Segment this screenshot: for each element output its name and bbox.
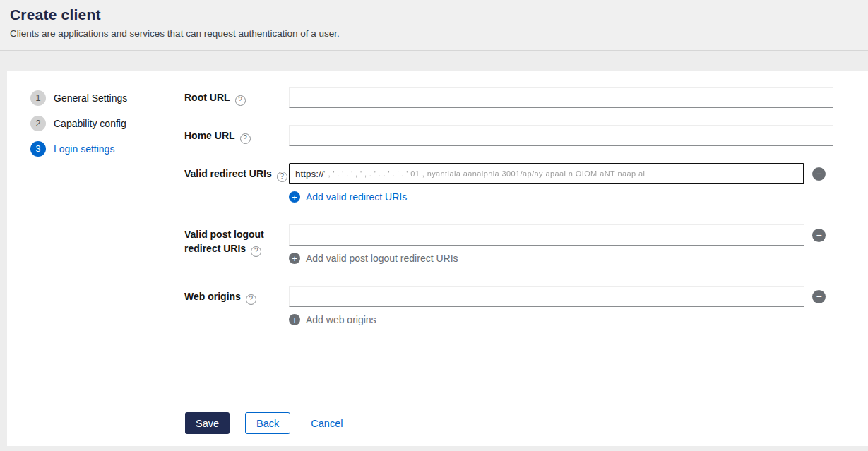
step-number-badge: 1 (30, 90, 46, 106)
home-url-input[interactable] (289, 125, 833, 146)
home-url-label: Home URL? (184, 125, 289, 146)
save-button[interactable]: Save (185, 412, 230, 434)
step-label: Login settings (54, 143, 114, 155)
web-origins-row: Web origins? − + Add web origins (184, 286, 868, 325)
help-icon[interactable]: ? (240, 133, 251, 144)
create-client-panel: 1 General Settings 2 Capability config 3… (7, 71, 868, 446)
help-icon[interactable]: ? (246, 294, 256, 305)
plus-circle-icon: + (289, 314, 300, 325)
uri-value-scheme: https:// (295, 169, 324, 179)
wizard-nav: 1 General Settings 2 Capability config 3… (7, 71, 167, 446)
post-logout-redirect-uris-label: Valid post logout redirect URIs? (184, 224, 289, 257)
remove-web-origin-button[interactable]: − (812, 290, 826, 303)
add-post-logout-redirect-uris-button[interactable]: + Add valid post logout redirect URIs (289, 253, 826, 264)
root-url-row: Root URL? (184, 87, 868, 108)
wizard-step-general-settings[interactable]: 1 General Settings (7, 85, 167, 111)
valid-redirect-uris-input[interactable]: https:// ' , ' . ' . ' , ' , . ' . . ' .… (289, 163, 804, 184)
step-number-badge: 2 (30, 116, 46, 131)
remove-post-logout-uri-button[interactable]: − (812, 229, 826, 242)
page-header: Create client Clients are applications a… (0, 0, 868, 51)
step-label: Capability config (54, 118, 126, 129)
cancel-button[interactable]: Cancel (311, 418, 343, 429)
web-origins-label: Web origins? (184, 286, 289, 307)
wizard-step-capability-config[interactable]: 2 Capability config (7, 111, 167, 136)
post-logout-redirect-uris-input[interactable] (289, 224, 804, 246)
home-url-row: Home URL? (184, 125, 868, 146)
remove-redirect-uri-button[interactable]: − (812, 167, 826, 181)
login-settings-form: Root URL? Home URL? Valid redirect URIs? (167, 71, 868, 446)
post-logout-redirect-uris-row: Valid post logout redirect URIs? − + Add… (184, 224, 868, 264)
add-valid-redirect-uris-button[interactable]: + Add valid redirect URIs (289, 191, 826, 203)
plus-circle-icon: + (289, 253, 300, 264)
web-origins-input[interactable] (289, 286, 804, 307)
valid-redirect-uris-row: Valid redirect URIs? https:// ' , ' . ' … (184, 163, 868, 203)
plus-circle-icon: + (289, 191, 300, 203)
help-icon[interactable]: ? (251, 246, 261, 257)
form-actions: Save Back Cancel (185, 412, 343, 434)
page-subtitle: Clients are applications and services th… (10, 28, 857, 39)
root-url-label: Root URL? (184, 87, 289, 108)
valid-redirect-uris-label: Valid redirect URIs? (184, 163, 289, 184)
root-url-input[interactable] (289, 87, 833, 108)
step-label: General Settings (54, 92, 127, 104)
wizard-step-login-settings[interactable]: 3 Login settings (7, 136, 167, 162)
step-number-badge: 3 (30, 141, 46, 157)
page-title: Create client (10, 6, 857, 23)
add-web-origins-button[interactable]: + Add web origins (289, 314, 826, 325)
back-button[interactable]: Back (245, 412, 290, 434)
help-icon[interactable]: ? (277, 172, 287, 182)
help-icon[interactable]: ? (235, 95, 246, 106)
uri-value-obscured: ' , ' . ' . ' , ' , . ' . . ' . ' . ' 01… (324, 169, 646, 178)
